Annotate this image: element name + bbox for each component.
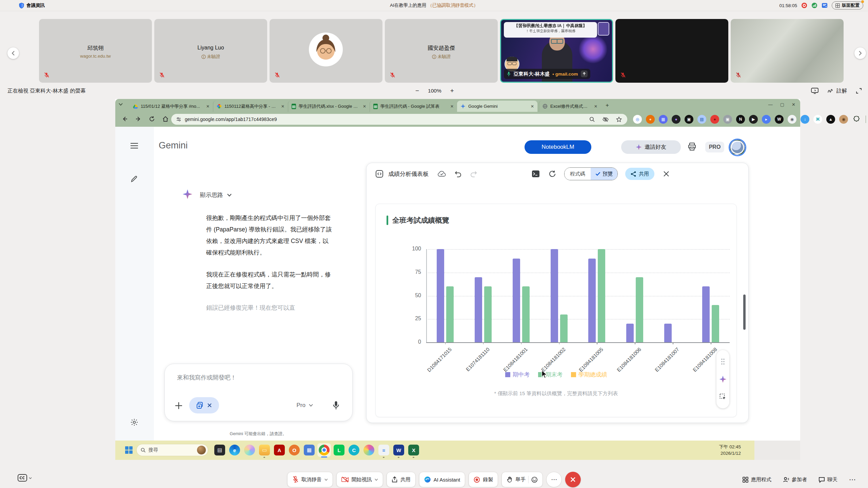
- strip-prev-button[interactable]: [7, 47, 19, 59]
- ext-w-icon[interactable]: W: [775, 115, 784, 124]
- canvas-title[interactable]: 成績分析儀表板: [388, 170, 429, 178]
- taskbar-icon-word[interactable]: W: [393, 445, 404, 455]
- mute-button[interactable]: 取消靜音: [287, 472, 333, 487]
- browser-tab-active[interactable]: Google Gemini✕: [457, 101, 537, 112]
- layout-config-button[interactable]: 版面配置: [832, 1, 863, 9]
- search-highlight-image[interactable]: [197, 446, 206, 454]
- taskbar-icon-calculator[interactable]: ▦: [304, 445, 315, 455]
- ext-video-icon[interactable]: ▸: [762, 115, 771, 124]
- participant-tile[interactable]: 國安趙盈傑未驗證: [385, 19, 498, 83]
- ext-page-icon[interactable]: ▤: [697, 115, 706, 124]
- tab-close-icon[interactable]: ✕: [281, 104, 284, 109]
- new-chat-icon[interactable]: [130, 175, 138, 183]
- reload-icon[interactable]: [149, 116, 155, 122]
- ext-shield-icon[interactable]: ●: [646, 115, 655, 124]
- meeting-info-menu[interactable]: 會議資訊: [19, 2, 45, 8]
- redo-icon[interactable]: [470, 170, 477, 177]
- address-bar[interactable]: gemini.google.com/app/1ab1717c44983ce9: [171, 114, 627, 125]
- account-avatar[interactable]: [730, 140, 745, 155]
- browser-tab[interactable]: 1150112葳格高中分享 - Goog...✕: [213, 101, 288, 112]
- start-button[interactable]: [123, 445, 134, 455]
- participant-tile[interactable]: Liyang Luo未驗證: [154, 19, 267, 83]
- taskbar-icon-file-explorer[interactable]: ▭: [259, 445, 270, 455]
- chat-button[interactable]: 聊天: [818, 476, 837, 483]
- code-preview-toggle[interactable]: 程式碼 預覽: [564, 167, 618, 180]
- taskbar-search-box[interactable]: 搜尋: [136, 444, 208, 456]
- undo-icon[interactable]: [454, 170, 462, 177]
- legend-item-學期總成績[interactable]: 學期總成績: [571, 371, 607, 379]
- settings-gear-icon[interactable]: [130, 418, 138, 426]
- remote-control-icon[interactable]: [811, 88, 818, 94]
- browser-tab[interactable]: 學生評語代碼.xlsx - Google 試...✕: [288, 101, 370, 112]
- ext-notion-icon[interactable]: N: [736, 115, 745, 124]
- tab-close-icon[interactable]: ✕: [363, 104, 366, 109]
- tab-close-icon[interactable]: ✕: [450, 104, 454, 109]
- ext-wheel-icon[interactable]: ◉: [788, 115, 796, 124]
- mic-icon[interactable]: [332, 401, 340, 411]
- captions-button[interactable]: [18, 474, 32, 482]
- drag-handle-icon[interactable]: [721, 358, 725, 365]
- share-screen-button[interactable]: 共用: [387, 472, 416, 487]
- ai-assistant-button[interactable]: AI Assistant: [419, 472, 465, 487]
- annotate-button[interactable]: 註解: [827, 87, 847, 95]
- tab-close-icon[interactable]: ✕: [531, 104, 534, 109]
- taskbar-clock[interactable]: 下午 02:45 2026/1/12: [719, 444, 741, 457]
- extensions-puzzle-icon[interactable]: [852, 115, 861, 124]
- forward-icon[interactable]: [135, 116, 142, 122]
- network-indicator-icon[interactable]: [811, 2, 817, 8]
- active-speaker-video-tile[interactable]: 【葳格高中｜AI 在教學上的應用研習】教師專屬，教學現場立即上手！亞東科大-林木…: [500, 19, 613, 83]
- preview-tab[interactable]: 預覽: [591, 168, 617, 180]
- code-tab[interactable]: 程式碼: [565, 168, 591, 180]
- record-button[interactable]: 錄製: [469, 472, 498, 487]
- apps-button[interactable]: 應用程式: [742, 476, 771, 483]
- taskbar-icon-notepad-dark[interactable]: ▤: [214, 445, 225, 455]
- window-close-button[interactable]: ✕: [792, 102, 795, 107]
- close-canvas-icon[interactable]: [663, 171, 669, 177]
- bookmark-star-icon[interactable]: [616, 117, 622, 122]
- smiley-icon[interactable]: [531, 476, 538, 483]
- share-button[interactable]: 共用: [625, 168, 654, 180]
- taskbar-icon-paint[interactable]: [363, 445, 374, 455]
- home-icon[interactable]: [162, 116, 169, 122]
- participant-tile[interactable]: [615, 19, 728, 83]
- window-maximize-button[interactable]: ▢: [780, 102, 784, 107]
- browser-tab[interactable]: 學生評語代碼 - Google 試算表✕: [370, 101, 457, 112]
- taskbar-icon-notes[interactable]: ≡: [378, 445, 389, 455]
- ext-loop-icon[interactable]: ◎: [633, 115, 642, 124]
- site-settings-icon[interactable]: [176, 117, 181, 122]
- browser-tab[interactable]: 115/01/12 葳格中學分享 #no...✕: [130, 101, 213, 112]
- ext-pixel-icon[interactable]: ▦: [659, 115, 668, 124]
- recording-indicator-icon[interactable]: [801, 2, 807, 8]
- video-button[interactable]: 開始視訊: [336, 472, 383, 487]
- zoom-page-icon[interactable]: [589, 117, 595, 122]
- ask-gemini-icon[interactable]: [719, 375, 727, 383]
- taskbar-icon-acrobat[interactable]: A: [274, 445, 285, 455]
- raise-hand-button[interactable]: 舉手: [501, 472, 543, 487]
- menu-hamburger-icon[interactable]: [130, 142, 138, 149]
- tab-close-icon[interactable]: ✕: [206, 104, 210, 109]
- participants-button[interactable]: 參加者: [783, 476, 807, 483]
- leave-meeting-button[interactable]: [565, 472, 581, 487]
- window-minimize-button[interactable]: —: [768, 102, 773, 107]
- taskbar-icon-edge[interactable]: e: [229, 445, 240, 455]
- participant-tile[interactable]: [270, 19, 382, 83]
- model-selector[interactable]: Pro: [297, 402, 313, 409]
- zoom-out-button[interactable]: −: [415, 87, 419, 95]
- taskbar-icon-powerdirector[interactable]: C: [349, 445, 359, 455]
- prompt-input-card[interactable]: 來和我寫作或開發吧！ Pro: [164, 364, 353, 421]
- promote-icon[interactable]: [581, 70, 588, 77]
- apps-indicator-icon[interactable]: [822, 2, 828, 8]
- fullscreen-icon[interactable]: [856, 88, 862, 94]
- participant-tile[interactable]: [731, 19, 844, 83]
- browser-tab[interactable]: Excel條件式格式設定✕: [539, 101, 601, 112]
- participant-tile[interactable]: 邱筑翎wagor.tc.edu.tw: [39, 19, 152, 83]
- ext-contrast-icon[interactable]: ▣: [685, 115, 693, 124]
- plan-badge[interactable]: PRO: [705, 142, 724, 152]
- legend-item-期中考[interactable]: 期中考: [505, 371, 530, 379]
- notebooklm-button[interactable]: NotebookLM: [525, 140, 591, 154]
- ext-send-icon[interactable]: ▶: [749, 115, 758, 124]
- back-icon[interactable]: [121, 116, 128, 122]
- select-element-icon[interactable]: [719, 393, 726, 400]
- invite-friends-button[interactable]: 邀請好友: [621, 140, 681, 154]
- show-thoughts-toggle[interactable]: 顯示思路: [200, 191, 232, 199]
